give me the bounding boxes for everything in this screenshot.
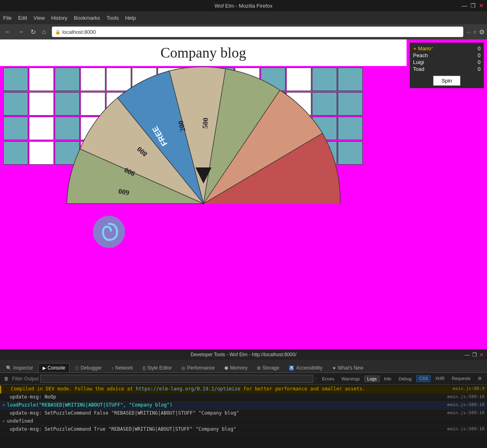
spin-button[interactable]: Spin	[433, 76, 460, 86]
return-icon: ←	[2, 418, 5, 424]
whats-new-icon: ★	[332, 365, 336, 371]
tab-storage[interactable]: ⊞ Storage	[253, 363, 284, 372]
devtools-window-controls[interactable]: — ❐ ✕	[464, 352, 484, 358]
console-text: loadPuzzle("REBASED|WRITING|ABOUT|STUFF"…	[7, 402, 444, 408]
network-icon: ↕	[111, 365, 114, 370]
tab-accessibility[interactable]: ♿ Accessibility	[284, 363, 327, 372]
console-text: update-msg: NoOp	[10, 394, 444, 400]
tab-inspector[interactable]: 🔍 Inspector	[2, 363, 37, 372]
minimize-btn[interactable]: —	[462, 2, 467, 9]
menu-view[interactable]: View	[33, 15, 45, 21]
puzzle-cell	[29, 92, 54, 116]
console-line: ← undefined	[0, 418, 487, 426]
devtools-tabs: 🔍 Inspector ▶ Console ⬡ Debugger ↕ Netwo…	[0, 360, 487, 373]
wheel-svg: 600 900 800 FREE 200 500	[63, 63, 344, 345]
storage-icon: ⊞	[257, 365, 261, 371]
tab-console[interactable]: ▶ Console	[38, 363, 70, 372]
settings-btn[interactable]: ⚙	[475, 375, 485, 382]
maximize-btn[interactable]: ❐	[471, 2, 476, 9]
title-bar: Wof Elm - Mozilla Firefox — ❐ ✕	[0, 0, 487, 11]
console-link[interactable]: https://elm-lang.org/0.19.1/optimize	[136, 386, 240, 392]
tab-memory[interactable]: ⬢ Memory	[220, 363, 252, 372]
player-score-peach: 0	[478, 52, 481, 58]
more-btn[interactable]: ···	[466, 29, 471, 35]
player-name-peach: Peach	[413, 52, 428, 58]
menu-bar: File Edit View History Bookmarks Tools H…	[0, 11, 487, 24]
menu-help[interactable]: Help	[125, 15, 136, 21]
back-button[interactable]: ←	[2, 27, 14, 36]
player-score-toad: 0	[478, 66, 481, 72]
menu-file[interactable]: File	[3, 15, 12, 21]
console-line: update-msg: SetPuzzleCommand True "REBAS…	[0, 426, 487, 434]
puzzle-cell	[29, 141, 54, 165]
console-file: main.js:80:9	[450, 386, 485, 391]
svg-text:500: 500	[201, 118, 209, 129]
style-editor-icon: {}	[143, 365, 146, 370]
filter-warnings[interactable]: Warnings	[339, 376, 363, 382]
menu-tools[interactable]: Tools	[107, 15, 119, 21]
player-row-toad: Toad 0	[413, 66, 481, 72]
tab-inspector-label: Inspector	[13, 365, 33, 371]
filter-label: Filter Output	[12, 376, 39, 382]
devtools-maximize[interactable]: ❐	[472, 352, 477, 358]
forward-button[interactable]: →	[15, 27, 27, 36]
bookmark-btn[interactable]: ☆	[473, 29, 477, 35]
console-line: ⚠ Compiled in DEV mode. Follow the advic…	[0, 386, 487, 394]
wheel-pointer	[195, 167, 212, 184]
devtools-toolbar: 🗑 Filter Output | Errors Warnings Logs I…	[0, 373, 487, 385]
tab-storage-label: Storage	[262, 365, 279, 371]
nav-actions: ··· ☆ ⚙	[466, 28, 485, 36]
player-score-luigi: 0	[478, 59, 481, 65]
refresh-button[interactable]: ↻	[28, 27, 38, 37]
tab-network[interactable]: ↕ Network	[107, 363, 138, 372]
close-btn[interactable]: ✕	[479, 2, 484, 9]
menu-edit[interactable]: Edit	[18, 15, 27, 21]
puzzle-cell	[3, 141, 28, 165]
tab-debugger[interactable]: ⬡ Debugger	[70, 363, 106, 372]
debugger-icon: ⬡	[75, 365, 79, 371]
page-area: Company blog	[0, 39, 407, 349]
menu-history[interactable]: History	[51, 15, 67, 21]
filter-debug[interactable]: Debug	[396, 376, 414, 382]
url-bar[interactable]: 🔒 localhost:8000	[52, 27, 463, 37]
browser-content: Company blog	[0, 39, 487, 349]
page-title: Company blog	[160, 45, 246, 61]
filter-requests[interactable]: Requests	[449, 375, 473, 382]
menu-bookmarks[interactable]: Bookmarks	[74, 15, 100, 21]
memory-icon: ⬢	[224, 365, 228, 371]
tab-whats-new[interactable]: ★ What's New	[328, 363, 368, 372]
console-text: Compiled in DEV mode. Follow the advice …	[11, 386, 450, 392]
player-name-toad: Toad	[413, 66, 424, 72]
console-text: undefined	[7, 418, 481, 424]
extensions-btn[interactable]: ⚙	[479, 28, 485, 36]
tab-console-label: Console	[47, 365, 65, 371]
player-name-mario: ✦ Mario*	[413, 45, 433, 52]
player-score-mario: 0	[478, 45, 481, 52]
filter-css[interactable]: CSS	[416, 375, 431, 382]
tab-network-label: Network	[115, 365, 133, 371]
devtools-minimize[interactable]: —	[464, 352, 470, 358]
filter-errors[interactable]: Errors	[319, 376, 337, 382]
window-controls[interactable]: — ❐ ✕	[462, 2, 484, 9]
clear-console-button[interactable]: 🗑	[2, 375, 10, 382]
svg-point-6	[93, 216, 125, 248]
tab-memory-label: Memory	[230, 365, 247, 371]
home-button[interactable]: ⌂	[40, 27, 49, 36]
url-text: localhost:8000	[62, 29, 96, 35]
console-file: main.js:509:10	[444, 394, 485, 399]
devtools-panel: Developer Tools - Wof Elm - http://local…	[0, 349, 487, 448]
tab-performance[interactable]: ◎ Performance	[177, 363, 219, 372]
console-text: update-msg: SetPuzzleCommand True "REBAS…	[10, 426, 444, 432]
filter-logs[interactable]: Logs	[364, 376, 380, 382]
filter-input[interactable]	[40, 375, 313, 383]
tab-performance-label: Performance	[187, 365, 215, 371]
devtools-close[interactable]: ✕	[479, 352, 484, 358]
player-row-luigi: Luigi 0	[413, 59, 481, 66]
filter-info[interactable]: Info	[381, 376, 394, 382]
expand-icon[interactable]: »	[2, 402, 5, 408]
console-icon: ▶	[43, 365, 46, 371]
tab-style-editor[interactable]: {} Style Editor	[138, 363, 177, 372]
console-file: main.js:509:10	[444, 410, 485, 415]
filter-xhr[interactable]: XHR	[432, 375, 447, 382]
tab-accessibility-label: Accessibility	[296, 365, 322, 371]
